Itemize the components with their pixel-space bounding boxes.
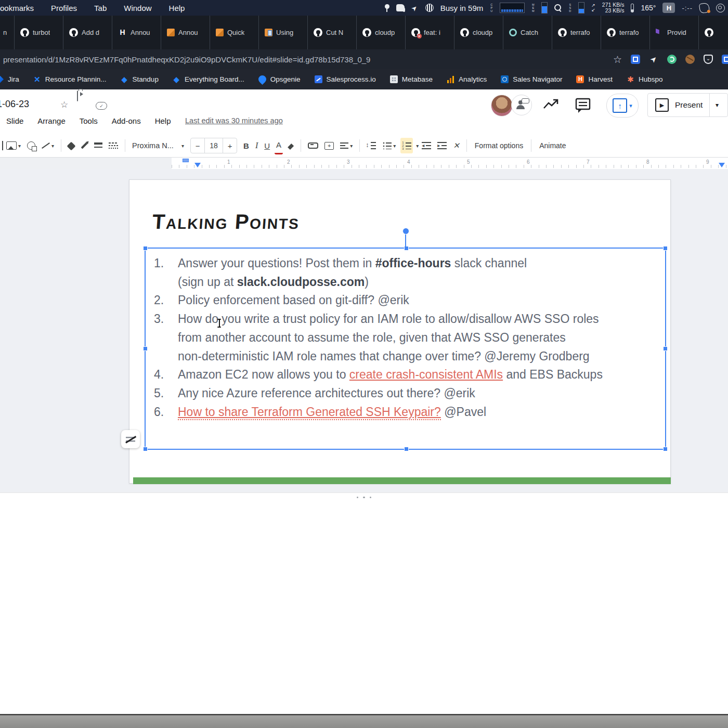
presence-indicator[interactable] [511, 95, 532, 115]
browser-tab[interactable]: Add d [63, 16, 112, 49]
resize-handle[interactable] [143, 346, 148, 351]
present-button[interactable]: ▶ Present ▾ [647, 93, 728, 117]
activity-trend-icon[interactable] [543, 98, 560, 111]
bookmark-salesprocess[interactable]: Salesprocess.io [315, 75, 376, 83]
extension-rocket-icon[interactable]: ➤ [647, 53, 660, 66]
bookmark-everything-board[interactable]: ◆Everything Board... [173, 75, 244, 83]
share-button[interactable]: ↑ ▾ [606, 94, 639, 118]
menu-help[interactable]: Help [155, 116, 171, 125]
browser-tab[interactable]: Annou [161, 16, 210, 49]
bookmark-resource-planning[interactable]: ✕Resource Plannin... [33, 75, 107, 83]
resize-handle[interactable] [663, 447, 668, 451]
format-options-button[interactable]: Format options [471, 141, 527, 150]
numbered-list-button[interactable] [400, 138, 413, 153]
bulleted-list-button[interactable]: ▾ [381, 138, 397, 153]
url-text[interactable]: presentation/d/1MzR8vRVEzM7Fq0hPnatdheqx… [3, 55, 370, 64]
bookmark-jira[interactable]: Jira [0, 75, 19, 83]
avatar[interactable] [491, 95, 513, 116]
insert-line-button[interactable]: ▾ [40, 138, 56, 153]
bookmark-sales-navigator[interactable]: Sales Navigator [501, 75, 562, 83]
font-size-value[interactable]: 18 [204, 138, 223, 153]
rocket-icon[interactable]: ➤ [410, 3, 420, 13]
menu-bookmarks[interactable]: ookmarks [0, 4, 34, 12]
notes-divider[interactable] [0, 492, 728, 502]
fill-color-button[interactable] [67, 138, 76, 153]
browser-tab[interactable] [699, 16, 728, 49]
font-select[interactable]: Proxima N...▾ [131, 138, 186, 153]
extension-blue-icon[interactable] [631, 55, 640, 64]
browser-tab[interactable]: turbot [15, 16, 63, 49]
border-color-button[interactable] [79, 138, 89, 153]
increase-indent-button[interactable] [436, 138, 448, 153]
browser-tab[interactable]: Quick [210, 16, 259, 49]
increase-font-button[interactable]: + [223, 141, 237, 150]
insert-shape-button[interactable] [25, 138, 37, 153]
bold-button[interactable]: B [242, 138, 251, 153]
browser-tab[interactable]: terrafo [601, 16, 650, 49]
extension-green-icon[interactable] [667, 55, 677, 64]
left-indent-marker[interactable] [194, 163, 201, 167]
extension-brown-icon[interactable] [685, 55, 695, 64]
animate-button[interactable]: Animate [535, 141, 570, 150]
browser-tab[interactable]: n [0, 16, 15, 49]
cloud-saved-icon[interactable]: ✓ [96, 102, 107, 110]
menu-addons[interactable]: Add-ons [112, 116, 141, 125]
insert-image-button[interactable]: ▾ [5, 138, 22, 153]
browser-tab[interactable]: Cut N [308, 16, 357, 49]
harvest-timer-icon[interactable]: H [662, 3, 675, 13]
browser-tab[interactable]: cloudp [357, 16, 406, 49]
border-weight-button[interactable] [93, 138, 104, 153]
browser-tab[interactable]: Catch [503, 16, 552, 49]
slide[interactable]: Talking Points 1. Answer your questions!… [129, 179, 671, 484]
harvest-timer-value[interactable]: -:-- [682, 4, 693, 12]
browser-tab[interactable]: terrafo [552, 16, 601, 49]
browser-tab[interactable]: Provid [650, 16, 699, 49]
talking-points-list[interactable]: 1. Answer your questions! Post them in #… [154, 254, 653, 421]
right-indent-marker[interactable] [719, 163, 725, 167]
floating-format-button[interactable] [121, 430, 140, 448]
bookmark-harvest[interactable]: HHarvest [576, 75, 613, 83]
text-color-button[interactable]: A [275, 137, 283, 154]
disk-meter[interactable] [578, 2, 584, 14]
slide-green-bar[interactable] [133, 477, 671, 484]
resize-handle[interactable] [143, 447, 148, 451]
document-title[interactable]: 1-06-23 [0, 99, 29, 110]
border-dash-button[interactable] [107, 138, 120, 153]
resize-handle[interactable] [143, 246, 148, 251]
first-line-indent-marker[interactable] [183, 159, 189, 162]
busy-status-icon[interactable] [425, 4, 434, 12]
align-button[interactable]: ▾ [339, 138, 354, 153]
bookmark-standup[interactable]: ◆Standup [121, 75, 159, 83]
menu-tab[interactable]: Tab [94, 4, 107, 12]
bookmark-metabase[interactable]: Metabase [390, 75, 433, 83]
slide-title[interactable]: Talking Points [151, 210, 300, 233]
evernote-icon[interactable] [396, 4, 405, 11]
resize-handle[interactable] [663, 246, 668, 251]
line-spacing-button[interactable] [365, 138, 378, 153]
power-icon[interactable] [716, 4, 725, 12]
pin-icon[interactable] [385, 4, 389, 12]
mem-meter[interactable] [541, 2, 548, 14]
browser-tab[interactable]: ✕feat: i [406, 16, 454, 49]
network-speeds[interactable]: 271 KB/s 23 KB/s [602, 2, 625, 14]
clear-formatting-button[interactable]: ✕ [451, 138, 461, 153]
canvas[interactable]: Talking Points 1. Answer your questions!… [0, 169, 728, 492]
link-terraform-ssh-keypair[interactable]: How to share Terraform Generated SSH Key… [178, 405, 441, 420]
notification-icon[interactable] [699, 2, 710, 13]
menu-slide[interactable]: Slide [6, 116, 23, 125]
link-crash-consistent-amis[interactable]: create crash-consistent AMIs [349, 368, 503, 381]
insert-link-button[interactable] [306, 138, 320, 153]
comment-icon[interactable] [575, 98, 591, 113]
notes-area[interactable] [0, 502, 728, 714]
bookmark-hubspot[interactable]: ✱Hubspo [627, 75, 663, 83]
busy-status-label[interactable]: Busy in 59m [440, 4, 484, 12]
temperature-reading[interactable]: 165° [641, 4, 656, 12]
cpu-meter[interactable] [500, 3, 525, 13]
extension-partial-icon[interactable] [722, 55, 728, 64]
bookmark-analytics[interactable]: Analytics [447, 75, 487, 83]
menu-profiles[interactable]: Profiles [51, 4, 77, 12]
decrease-font-button[interactable]: − [191, 141, 204, 150]
menu-tools[interactable]: Tools [80, 116, 98, 125]
search-icon[interactable] [554, 4, 562, 11]
resize-handle[interactable] [663, 346, 668, 351]
